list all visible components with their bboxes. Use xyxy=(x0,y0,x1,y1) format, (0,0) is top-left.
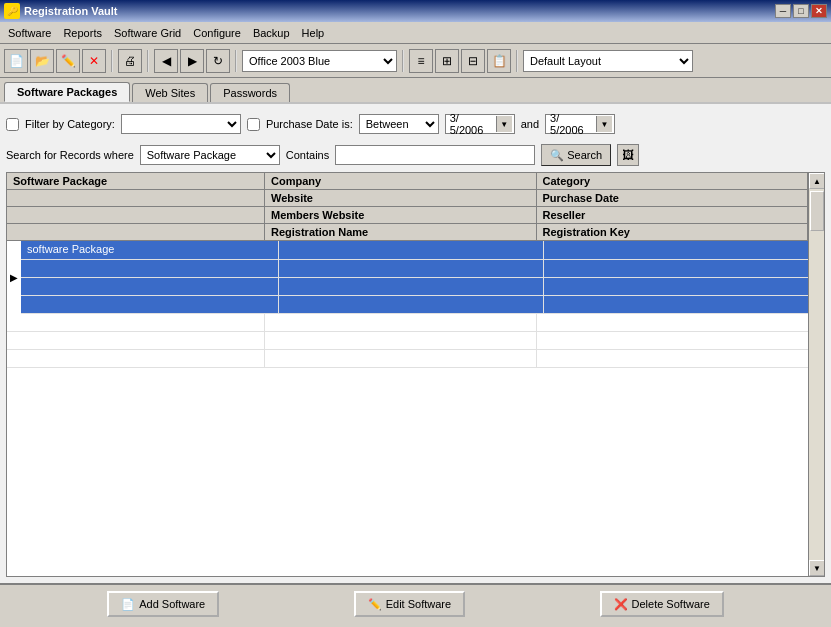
forward-button[interactable]: ▶ xyxy=(180,49,204,73)
minimize-button[interactable]: ─ xyxy=(775,4,791,18)
grid-view-1[interactable]: ≡ xyxy=(409,49,433,73)
cell-reseller xyxy=(544,278,808,295)
menu-backup[interactable]: Backup xyxy=(247,25,296,41)
col-registration-key: Registration Key xyxy=(537,224,809,240)
cell-reg-key xyxy=(544,296,808,313)
cell-members-website xyxy=(279,278,544,295)
grid-header-row-2: Website Purchase Date xyxy=(7,190,824,207)
search-row: Search for Records where Software Packag… xyxy=(6,142,825,168)
date-to-dropdown[interactable]: ▼ xyxy=(596,116,612,132)
grid-empty-row-1 xyxy=(7,314,808,332)
titlebar: 🔑 Registration Vault ─ □ ✕ xyxy=(0,0,831,22)
grid-view-2[interactable]: ⊞ xyxy=(435,49,459,73)
cell-purchase-date xyxy=(544,260,808,277)
search-extra-button[interactable]: 🖼 xyxy=(617,144,639,166)
edit-software-icon: ✏️ xyxy=(368,598,382,611)
grid-body[interactable]: ▶ software Package xyxy=(7,241,824,576)
category-select[interactable]: Office Development Utilities xyxy=(121,114,241,134)
cell-empty-2 xyxy=(21,260,279,278)
col-members-website: Members Website xyxy=(265,207,537,223)
delete-software-icon: ❌ xyxy=(614,598,628,611)
cell-company xyxy=(279,241,544,259)
cell-category xyxy=(544,241,808,259)
contains-label: Contains xyxy=(286,149,329,161)
and-label: and xyxy=(521,118,539,130)
scroll-track[interactable] xyxy=(809,189,825,560)
edit-toolbar-button[interactable]: ✏️ xyxy=(56,49,80,73)
grid-row-selected-1[interactable]: software Package xyxy=(21,241,808,260)
grid-empty-row-3 xyxy=(7,350,808,368)
cell-reg-name xyxy=(279,296,544,313)
edit-software-button[interactable]: ✏️ Edit Software xyxy=(354,591,465,617)
cell-software-name: software Package xyxy=(21,241,279,259)
between-select[interactable]: Between Before After xyxy=(359,114,439,134)
grid-row-selected-2[interactable] xyxy=(21,260,808,278)
col-category: Category xyxy=(537,173,809,189)
grid-header-row-1: Software Package Company Category xyxy=(7,173,824,190)
restore-button[interactable]: □ xyxy=(793,4,809,18)
open-button[interactable]: 📂 xyxy=(30,49,54,73)
grid-view-4[interactable]: 📋 xyxy=(487,49,511,73)
toolbar-sep-1 xyxy=(111,50,113,72)
search-input[interactable] xyxy=(335,145,535,165)
search-field-select[interactable]: Software Package Company Category Websit… xyxy=(140,145,280,165)
tab-software-packages[interactable]: Software Packages xyxy=(4,82,130,102)
toolbar-sep-4 xyxy=(402,50,404,72)
search-icon: 🔍 xyxy=(550,149,564,162)
scroll-down-button[interactable]: ▼ xyxy=(809,560,825,576)
app-title: Registration Vault xyxy=(24,5,775,17)
menu-reports[interactable]: Reports xyxy=(57,25,108,41)
menu-software-grid[interactable]: Software Grid xyxy=(108,25,187,41)
delete-software-button[interactable]: ❌ Delete Software xyxy=(600,591,724,617)
vertical-scrollbar[interactable]: ▲ ▼ xyxy=(808,173,824,576)
date-from-dropdown[interactable]: ▼ xyxy=(496,116,512,132)
cell-website xyxy=(279,260,544,277)
tabs-bar: Software Packages Web Sites Passwords xyxy=(0,78,831,104)
grid-view-3[interactable]: ⊟ xyxy=(461,49,485,73)
toolbar-sep-3 xyxy=(235,50,237,72)
menu-help[interactable]: Help xyxy=(296,25,331,41)
tab-passwords[interactable]: Passwords xyxy=(210,83,290,102)
col-reseller: Reseller xyxy=(537,207,809,223)
titlebar-buttons: ─ □ ✕ xyxy=(775,4,827,18)
col-registration-name: Registration Name xyxy=(265,224,537,240)
add-software-button[interactable]: 📄 Add Software xyxy=(107,591,219,617)
tab-web-sites[interactable]: Web Sites xyxy=(132,83,208,102)
grid-data-row[interactable]: ▶ software Package xyxy=(7,241,808,314)
search-for-label: Search for Records where xyxy=(6,149,134,161)
col-empty-3 xyxy=(7,224,265,240)
scroll-thumb[interactable] xyxy=(810,191,824,231)
back-button[interactable]: ◀ xyxy=(154,49,178,73)
refresh-button[interactable]: ↻ xyxy=(206,49,230,73)
row-indicator: ▶ xyxy=(7,241,21,314)
app-icon: 🔑 xyxy=(4,3,20,19)
col-company: Company xyxy=(265,173,537,189)
delete-toolbar-button[interactable]: ✕ xyxy=(82,49,106,73)
layout-select[interactable]: Default Layout Compact Layout xyxy=(523,50,693,72)
print-button[interactable]: 🖨 xyxy=(118,49,142,73)
search-button[interactable]: 🔍 Search xyxy=(541,144,611,166)
purchase-date-checkbox[interactable] xyxy=(247,118,260,131)
date-to-input[interactable]: 3/ 5/2006 ▼ xyxy=(545,114,615,134)
menubar: Software Reports Software Grid Configure… xyxy=(0,22,831,44)
date-from-input[interactable]: 3/ 5/2006 ▼ xyxy=(445,114,515,134)
scroll-up-button[interactable]: ▲ xyxy=(809,173,825,189)
menu-configure[interactable]: Configure xyxy=(187,25,247,41)
col-software-package: Software Package xyxy=(7,173,265,189)
col-empty-2 xyxy=(7,207,265,223)
col-empty-1 xyxy=(7,190,265,206)
toolbar: 📄 📂 ✏️ ✕ 🖨 ◀ ▶ ↻ Office 2003 Blue Defaul… xyxy=(0,44,831,78)
close-button[interactable]: ✕ xyxy=(811,4,827,18)
grid-row-selected-3[interactable] xyxy=(21,278,808,296)
grid-header-row-4: Registration Name Registration Key xyxy=(7,224,824,240)
filter-row: Filter by Category: Office Development U… xyxy=(6,110,825,138)
theme-select[interactable]: Office 2003 Blue Default Dark xyxy=(242,50,397,72)
main-content: Filter by Category: Office Development U… xyxy=(0,104,831,583)
new-button[interactable]: 📄 xyxy=(4,49,28,73)
data-grid: Software Package Company Category Websit… xyxy=(6,172,825,577)
menu-software[interactable]: Software xyxy=(2,25,57,41)
grid-row-selected-4[interactable] xyxy=(21,296,808,314)
add-software-icon: 📄 xyxy=(121,598,135,611)
grid-empty-row-2 xyxy=(7,332,808,350)
filter-by-category-checkbox[interactable] xyxy=(6,118,19,131)
